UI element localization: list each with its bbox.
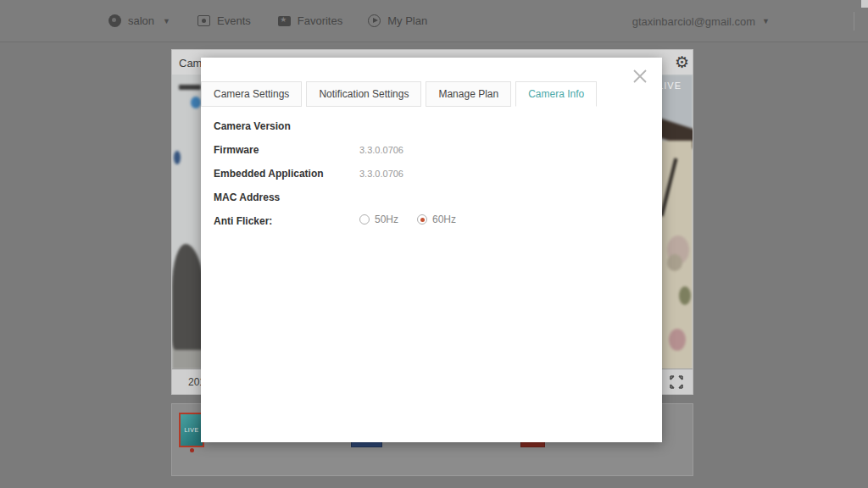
gear-icon[interactable]: ⚙	[675, 52, 689, 74]
radio-option-50hz[interactable]: 50Hz	[359, 214, 398, 225]
expand-arrows-icon	[667, 374, 686, 391]
radio-checked-icon	[417, 214, 427, 225]
nav-events[interactable]: Events	[198, 14, 251, 27]
app-header: salon ▼ Events Favorites My Plan gtaxinb…	[0, 0, 868, 42]
nav-my-plan[interactable]: My Plan	[368, 14, 427, 27]
film-frame-icon	[198, 15, 210, 26]
close-button[interactable]	[630, 66, 650, 86]
account-menu[interactable]: gtaxinbarciol@gmail.com ▼	[632, 0, 770, 42]
radio-unchecked-icon	[359, 214, 370, 225]
fullscreen-button[interactable]	[667, 374, 686, 391]
camera-version-label: Camera Version	[214, 120, 291, 132]
radio-option-60hz[interactable]: 60Hz	[417, 214, 456, 225]
firmware-value: 3.3.0.0706	[359, 145, 403, 155]
tab-manage-plan[interactable]: Manage Plan	[426, 81, 511, 107]
row-embedded-application: Embedded Application 3.3.0.0706	[201, 168, 662, 191]
nav-events-label: Events	[217, 14, 251, 27]
radio-60hz-label: 60Hz	[432, 214, 456, 225]
camera-selector-label: salon	[128, 14, 154, 27]
row-firmware: Firmware 3.3.0.0706	[201, 144, 662, 168]
nav-favorites[interactable]: Favorites	[278, 14, 342, 27]
account-email: gtaxinbarciol@gmail.com	[632, 15, 755, 28]
firmware-label: Firmware	[214, 144, 259, 156]
row-mac-address: MAC Address	[201, 191, 662, 215]
header-divider	[854, 12, 854, 30]
row-camera-version: Camera Version	[201, 120, 662, 144]
anti-flicker-radio-group: 50Hz 60Hz	[359, 214, 456, 225]
camera-selector[interactable]: salon ▼	[108, 14, 170, 27]
nav-favorites-label: Favorites	[298, 14, 342, 27]
radio-50hz-label: 50Hz	[375, 214, 398, 225]
modal-tab-bar: Camera Settings Notification Settings Ma…	[201, 81, 597, 107]
anti-flicker-label: Anti Flicker:	[214, 215, 272, 227]
play-circle-icon	[368, 14, 381, 27]
chevron-down-icon: ▼	[163, 17, 170, 25]
thumbnail-live-label: LIVE	[184, 427, 198, 433]
tab-camera-settings[interactable]: Camera Settings	[201, 81, 302, 107]
recording-dot-icon	[190, 448, 194, 452]
camera-settings-modal: Camera Settings Notification Settings Ma…	[201, 58, 662, 442]
embedded-application-label: Embedded Application	[214, 168, 324, 180]
close-icon	[630, 66, 650, 86]
star-box-icon	[278, 16, 291, 26]
webcam-icon	[108, 14, 121, 27]
nav-my-plan-label: My Plan	[387, 14, 427, 27]
embedded-application-value: 3.3.0.0706	[359, 169, 403, 179]
row-anti-flicker: Anti Flicker: 50Hz 60Hz	[201, 215, 662, 239]
tab-camera-info[interactable]: Camera Info	[515, 81, 597, 107]
chevron-down-icon: ▼	[762, 17, 770, 25]
mac-address-label: MAC Address	[214, 191, 280, 203]
scrollbar-corner	[861, 0, 868, 8]
tab-notification-settings[interactable]: Notification Settings	[306, 81, 421, 107]
